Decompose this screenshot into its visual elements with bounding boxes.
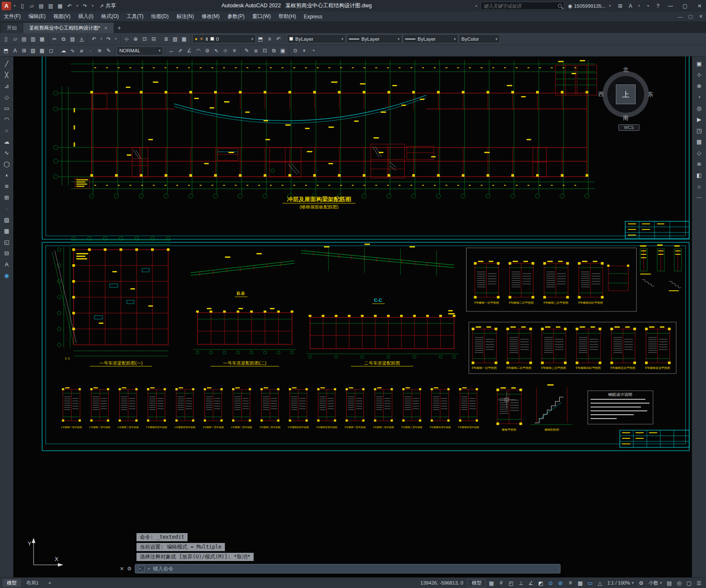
viewcube-south-label[interactable]: 南 — [623, 114, 629, 122]
menu-parametric[interactable]: 参数(P) — [224, 12, 248, 21]
customize-icon[interactable]: ☰ — [694, 579, 703, 587]
open-icon[interactable]: ▱ — [27, 2, 36, 10]
menu-window[interactable]: 窗口(W) — [248, 12, 275, 21]
hatch-icon[interactable]: ▨ — [29, 46, 37, 55]
dim-arc-icon[interactable]: ◠ — [194, 46, 203, 55]
tool-revision-cloud-icon[interactable]: ☁ — [2, 136, 12, 147]
dim-linear-icon[interactable]: ↔ — [167, 46, 176, 55]
menu-format[interactable]: 格式(O) — [97, 12, 123, 21]
layout1-tab[interactable]: 布局1 — [22, 579, 43, 587]
window-minimize-button[interactable]: — — [664, 0, 677, 12]
menu-help[interactable]: 帮助(H) — [275, 12, 300, 21]
account-menu[interactable]: ◉ 1505999135... ▾ — [566, 2, 614, 10]
grid-icon[interactable]: ▦ — [487, 579, 496, 587]
layer-previous-icon[interactable]: ↶ — [274, 35, 283, 43]
revision-cloud-icon[interactable]: ☁ — [59, 46, 68, 55]
drawing-canvas[interactable]: 冲层及屋面构梁架配筋图 (楼梯屋面板配筋图) — [13, 57, 692, 577]
paste-icon[interactable]: ▨ — [68, 35, 77, 43]
notification-bell-icon[interactable]: ◔ — [643, 2, 652, 10]
doc-close-button[interactable]: ✕ — [696, 12, 706, 21]
search-expand-caret-icon[interactable]: ▸ — [474, 2, 479, 10]
model-space-canvas[interactable]: 冲层及屋面构梁架配筋图 (楼梯屋面板配筋图) — [13, 57, 692, 577]
save-as-icon[interactable]: ▥ — [46, 2, 55, 10]
save-icon[interactable]: ▤ — [20, 35, 28, 43]
nav-pan-icon[interactable]: ⊹ — [694, 69, 704, 80]
redo-icon[interactable]: ↷ — [104, 35, 113, 43]
isometric-drafting-icon[interactable]: ◩ — [536, 579, 545, 587]
new-icon[interactable]: ▯ — [18, 2, 27, 10]
tool-polyline-icon[interactable]: ⊿ — [2, 81, 12, 91]
share-button[interactable]: ↗ 共享 — [96, 2, 119, 9]
app-logo[interactable]: A — [2, 2, 11, 10]
ortho-icon[interactable]: ⊥ — [516, 579, 525, 587]
clean-screen-icon[interactable]: ▢ — [685, 579, 694, 587]
measure-icon[interactable]: ⌀ — [77, 46, 86, 55]
redo-caret-icon[interactable]: ▾ — [113, 35, 118, 43]
save-as-icon[interactable]: ▥ — [29, 35, 37, 43]
plot-icon[interactable]: ▦ — [56, 2, 64, 10]
search-input[interactable] — [483, 3, 558, 9]
workspace-caret-icon[interactable]: ▾ — [12, 2, 17, 10]
help-search-box[interactable] — [481, 2, 564, 10]
doc-minimize-button[interactable]: — — [675, 12, 685, 21]
annotation-scale-dropdown[interactable]: 1:1 / 100% ▾ — [605, 579, 636, 587]
nav-previous-view-icon[interactable]: ◳ — [694, 125, 704, 136]
infer-constraints-icon[interactable]: ◰ — [506, 579, 515, 587]
tool-circle-icon[interactable]: ○ — [2, 125, 12, 136]
tool-point-icon[interactable]: · — [2, 203, 12, 214]
designcenter-icon[interactable]: ▧ — [171, 35, 179, 43]
menu-modify[interactable]: 修改(M) — [198, 12, 224, 21]
lineweight-dropdown[interactable]: ByLayer ▾ — [403, 34, 458, 43]
tool-add-selected-icon[interactable]: ◉ — [2, 270, 12, 280]
nav-zoom-icon[interactable]: ⊕ — [694, 81, 704, 91]
autodesk-caret-icon[interactable]: ▾ — [636, 2, 642, 10]
quick-properties-icon[interactable]: ▤ — [665, 579, 674, 587]
multiline-icon[interactable]: ≋ — [95, 46, 104, 55]
make-layer-current-icon[interactable]: ≡ — [265, 35, 274, 43]
object-snap-tracking-icon[interactable]: ⊚ — [556, 579, 565, 587]
help-icon[interactable]: ? — [654, 2, 662, 10]
search-icon[interactable] — [558, 4, 562, 8]
table-icon[interactable]: ⊞ — [20, 46, 28, 55]
zoom-realtime-icon[interactable]: ⊕ — [131, 35, 140, 43]
ucs-icon[interactable]: ⌖ — [300, 46, 309, 55]
doc-restore-button[interactable]: ▢ — [685, 12, 696, 21]
tool-gradient-icon[interactable]: ▦ — [2, 226, 12, 236]
menu-edit[interactable]: 编辑(E) — [24, 12, 49, 21]
tool-line-icon[interactable]: ╱ — [2, 58, 12, 69]
menu-tools[interactable]: 工具(T) — [123, 12, 147, 21]
match-properties-icon[interactable]: ◬ — [77, 35, 86, 43]
lineweight-display-icon[interactable]: ≡ — [566, 579, 575, 587]
xref-icon[interactable]: ⧉ — [270, 46, 278, 55]
dim-angular-icon[interactable]: ∠ — [185, 46, 194, 55]
tool-spline-icon[interactable]: ∿ — [2, 148, 12, 158]
viewcube-east-label[interactable]: 东 — [648, 90, 653, 98]
isolate-objects-icon[interactable]: ◎ — [675, 579, 684, 587]
undo-caret-icon[interactable]: ▾ — [99, 35, 104, 43]
app-store-icon[interactable]: ⊞ — [616, 2, 624, 10]
redo-caret-icon[interactable]: ▾ — [90, 2, 95, 10]
dim-diameter-icon[interactable]: ⊘ — [203, 46, 212, 55]
workspace-switching-icon[interactable]: ⚙ — [636, 579, 645, 587]
tool-polygon-icon[interactable]: ◇ — [2, 92, 12, 102]
named-views-icon[interactable]: ◔ — [309, 46, 318, 55]
dynamic-input-icon[interactable]: ▭ — [585, 579, 594, 587]
polar-tracking-icon[interactable]: ∠ — [526, 579, 535, 587]
viewcube-north-label[interactable]: 北 — [623, 66, 629, 74]
tool-palettes-icon[interactable]: ▩ — [180, 35, 188, 43]
nav-section-icon[interactable]: ≋ — [694, 159, 704, 169]
command-customize-icon[interactable]: ⚙ — [127, 566, 132, 572]
undo-icon[interactable]: ↶ — [65, 2, 74, 10]
wcs-selector[interactable]: WCS — [618, 124, 639, 131]
copy-icon[interactable]: ⧉ — [59, 35, 68, 43]
menu-express[interactable]: Express — [300, 12, 326, 21]
boundary-icon[interactable]: ◻ — [47, 46, 55, 55]
drawing-tab[interactable]: 某框剪商业中心工程结构设计图* ✕ — [23, 23, 114, 33]
menu-file[interactable]: 文件(F) — [0, 12, 24, 21]
zoom-previous-icon[interactable]: ⊟ — [149, 35, 158, 43]
plot-style-dropdown[interactable]: ByColor ▾ — [459, 34, 500, 43]
quick-dim-icon[interactable]: ≡ — [230, 46, 239, 55]
tool-ellipse-arc-icon[interactable]: ◖ — [2, 170, 12, 180]
new-tab-button[interactable]: + — [114, 23, 124, 33]
dim-aligned-icon[interactable]: ⇗ — [176, 46, 185, 55]
